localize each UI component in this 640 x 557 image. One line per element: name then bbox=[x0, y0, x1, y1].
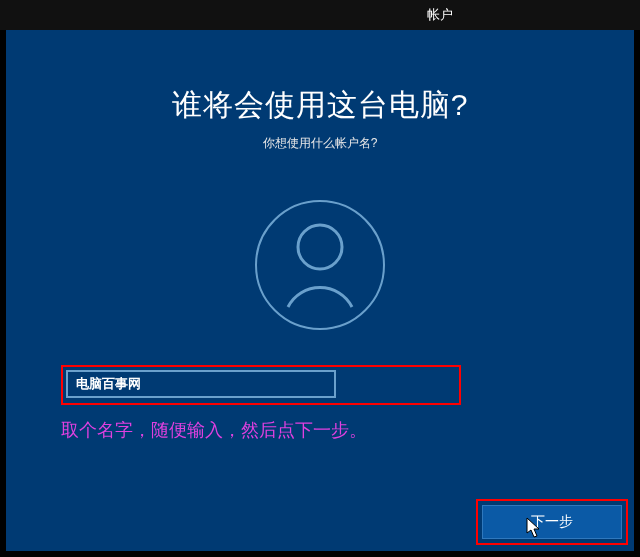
tab-accounts[interactable]: 帐户 bbox=[350, 0, 530, 32]
user-icon bbox=[280, 221, 360, 309]
svg-point-0 bbox=[298, 225, 342, 269]
page-subtitle: 你想使用什么帐户名? bbox=[6, 135, 634, 152]
annotation-text: 取个名字，随便输入，然后点下一步。 bbox=[61, 418, 367, 442]
avatar bbox=[255, 200, 385, 330]
highlight-box-username bbox=[61, 365, 461, 405]
page-title: 谁将会使用这台电脑? bbox=[6, 85, 634, 126]
tab-label: 帐户 bbox=[427, 7, 453, 22]
username-input[interactable] bbox=[66, 370, 336, 398]
next-button[interactable]: 下一步 bbox=[482, 505, 622, 539]
next-button-label: 下一步 bbox=[531, 513, 573, 531]
avatar-circle bbox=[255, 200, 385, 330]
setup-panel: 谁将会使用这台电脑? 你想使用什么帐户名? 取个名字，随便输入，然后点下一步。 … bbox=[6, 30, 634, 551]
highlight-box-next: 下一步 bbox=[476, 499, 628, 545]
top-bar: 帐户 bbox=[0, 0, 640, 30]
screen: 帐户 谁将会使用这台电脑? 你想使用什么帐户名? 取个名字，随便输入，然后点下一… bbox=[0, 0, 640, 557]
